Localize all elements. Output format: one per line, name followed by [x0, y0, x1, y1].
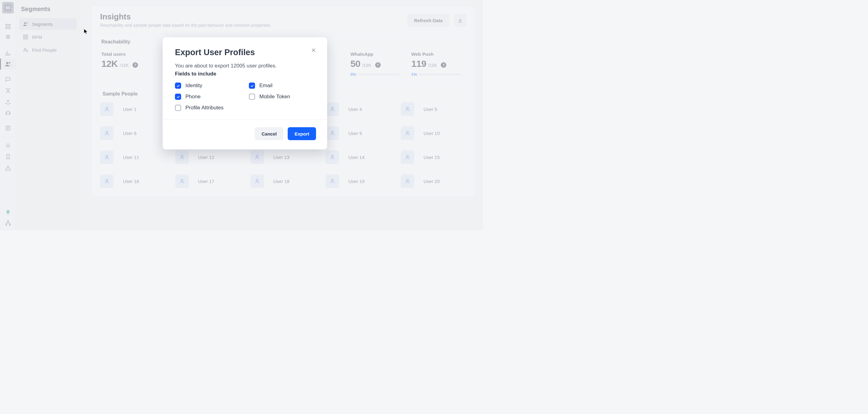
modal-subhead: Fields to include: [175, 71, 315, 77]
export-button[interactable]: Export: [288, 127, 316, 140]
checkbox-label: Phone: [185, 94, 200, 100]
modal-title: Export User Profiles: [175, 48, 315, 57]
export-button-label: Export: [294, 131, 309, 136]
checkbox-row[interactable]: Mobile Token: [249, 94, 315, 100]
checkbox-label: Mobile Token: [259, 94, 290, 100]
checkbox[interactable]: [249, 94, 255, 100]
modal-description: You are about to export 12005 user profi…: [175, 63, 315, 69]
checkbox[interactable]: [249, 83, 255, 89]
checkbox[interactable]: [175, 105, 181, 111]
check-icon: [176, 84, 180, 88]
checkbox[interactable]: [175, 94, 181, 100]
modal-fields-grid: IdentityEmailPhoneMobile TokenProfile At…: [163, 83, 327, 120]
cancel-button[interactable]: Cancel: [255, 127, 283, 140]
check-icon: [250, 84, 254, 88]
checkbox-label: Email: [259, 83, 273, 89]
check-icon: [176, 95, 180, 99]
checkbox-label: Profile Attributes: [185, 105, 224, 111]
checkbox-label: Identity: [185, 83, 203, 89]
checkbox-row[interactable]: Phone: [175, 94, 241, 100]
modal-close-button[interactable]: [310, 47, 317, 55]
export-profiles-modal: Export User Profiles You are about to ex…: [163, 37, 327, 150]
cancel-button-label: Cancel: [261, 131, 277, 136]
checkbox-row[interactable]: Profile Attributes: [175, 105, 241, 111]
close-icon: [310, 47, 317, 53]
checkbox-row[interactable]: Email: [249, 83, 315, 89]
checkbox-row[interactable]: Identity: [175, 83, 241, 89]
checkbox[interactable]: [175, 83, 181, 89]
